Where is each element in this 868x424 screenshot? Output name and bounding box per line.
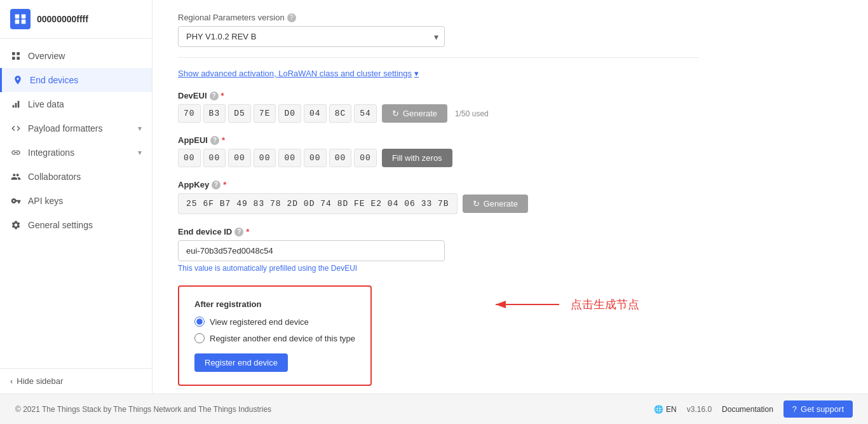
appeui-byte-8: 00 <box>354 149 377 167</box>
deveui-bytes: 70 B3 D5 7E D0 04 8C 54 <box>178 104 377 123</box>
appeui-byte-4: 00 <box>254 149 276 167</box>
device-id-section: End device ID ? * This value is automati… <box>178 227 699 273</box>
sidebar-item-end-devices[interactable]: End devices <box>0 68 152 92</box>
appkey-field: 25 6F B7 49 83 78 2D 0D 74 8D FE E2 04 0… <box>178 193 699 214</box>
sidebar-item-payload-formatters[interactable]: Payload formatters ▾ <box>0 116 152 140</box>
deveui-generate-button[interactable]: ↻ Generate <box>382 104 447 123</box>
register-end-device-button[interactable]: Register end device <box>194 353 288 372</box>
after-registration-wrapper: After registration View registered end d… <box>178 285 699 393</box>
sidebar-item-label: Payload formatters <box>28 123 103 133</box>
code-icon <box>10 123 22 134</box>
support-icon: ? <box>792 404 797 414</box>
appkey-generate-button[interactable]: ↻ Generate <box>463 195 528 213</box>
arrow-annotation: 点击生成节点 <box>489 292 639 317</box>
deveui-byte-2: B3 <box>203 104 226 123</box>
deveui-field: 70 B3 D5 7E D0 04 8C 54 ↻ Generate 1/50 … <box>178 104 699 123</box>
people-icon <box>10 171 22 182</box>
svg-rect-7 <box>17 57 20 60</box>
sidebar-item-label: API keys <box>28 196 63 206</box>
sidebar-item-general-settings[interactable]: General settings <box>0 213 152 237</box>
device-id-input[interactable] <box>178 240 445 261</box>
appeui-section: AppEUI ? * 00 00 00 00 00 00 00 00 <box>178 135 699 167</box>
device-id-hint: This value is automatically prefilled us… <box>178 264 699 273</box>
get-support-button[interactable]: ? Get support <box>783 400 853 418</box>
sidebar-item-integrations[interactable]: Integrations ▾ <box>0 140 152 165</box>
sidebar-item-label: Live data <box>28 99 64 109</box>
sidebar-item-live-data[interactable]: Live data <box>0 92 152 116</box>
svg-rect-1 <box>22 15 26 19</box>
deveui-byte-4: 7E <box>254 104 276 123</box>
refresh-icon: ↻ <box>473 199 480 209</box>
regional-params-section: Regional Parameters version ? PHY V1.0.2… <box>178 13 699 47</box>
divider <box>178 57 699 58</box>
svg-rect-10 <box>18 101 20 108</box>
deveui-byte-7: 8C <box>329 104 352 123</box>
device-icon <box>12 74 24 86</box>
chevron-left-icon: ‹ <box>10 376 13 386</box>
appkey-value: 25 6F B7 49 83 78 2D 0D 74 8D FE E2 04 0… <box>178 193 458 214</box>
svg-rect-9 <box>15 103 17 107</box>
app-title: 00000000ffff <box>37 14 88 24</box>
appeui-byte-6: 00 <box>304 149 327 167</box>
sidebar-item-label: Overview <box>28 51 65 61</box>
app-logo-icon <box>10 9 31 29</box>
appkey-help-icon[interactable]: ? <box>212 181 220 189</box>
hide-sidebar-button[interactable]: ‹ Hide sidebar <box>0 368 152 393</box>
deveui-help-icon[interactable]: ? <box>210 92 219 100</box>
arrow-svg <box>489 292 566 317</box>
appeui-byte-5: 00 <box>278 149 301 167</box>
register-btn-wrapper: Register end device <box>194 353 355 372</box>
device-id-label: End device ID ? * <box>178 227 699 236</box>
sidebar-item-collaborators[interactable]: Collaborators <box>0 165 152 189</box>
chevron-down-icon: ▾ <box>138 124 142 133</box>
radio-view-input[interactable] <box>194 317 205 327</box>
sidebar-item-label: End devices <box>30 75 78 85</box>
appkey-section: AppKey ? * 25 6F B7 49 83 78 2D 0D 74 8D… <box>178 180 699 214</box>
radio-view-option[interactable]: View registered end device <box>194 317 355 327</box>
footer-docs-link[interactable]: Documentation <box>722 405 773 414</box>
link-icon <box>10 147 22 158</box>
deveui-byte-5: D0 <box>278 104 301 123</box>
svg-rect-5 <box>17 52 20 55</box>
svg-rect-4 <box>12 52 15 55</box>
deveui-label: DevEUI ? * <box>178 91 699 100</box>
svg-rect-3 <box>22 20 26 24</box>
svg-rect-8 <box>13 105 15 107</box>
radio-view-label: View registered end device <box>210 317 309 327</box>
appeui-bytes: 00 00 00 00 00 00 00 00 <box>178 149 377 167</box>
deveui-byte-3: D5 <box>228 104 251 123</box>
gear-icon <box>10 219 22 231</box>
appeui-field: 00 00 00 00 00 00 00 00 Fill with zeros <box>178 149 699 167</box>
regional-params-select-wrapper: PHY V1.0.2 REV B ▾ <box>178 26 445 47</box>
globe-icon: 🌐 <box>654 405 663 414</box>
appeui-byte-1: 00 <box>178 149 201 167</box>
main-content: Regional Parameters version ? PHY V1.0.2… <box>153 0 868 393</box>
device-id-required: * <box>246 227 249 236</box>
deveui-byte-6: 04 <box>304 104 327 123</box>
appeui-label: AppEUI ? * <box>178 135 699 145</box>
sidebar-item-overview[interactable]: Overview <box>0 44 152 68</box>
deveui-section: DevEUI ? * 70 B3 D5 7E D0 04 8C 54 <box>178 91 699 123</box>
device-id-help-icon[interactable]: ? <box>234 228 243 236</box>
logo-svg <box>14 13 27 25</box>
app-footer: © 2021 The Things Stack by The Things Ne… <box>0 393 868 424</box>
appeui-byte-3: 00 <box>228 149 251 167</box>
svg-rect-0 <box>15 15 20 19</box>
advanced-settings-link[interactable]: Show advanced activation, LoRaWAN class … <box>178 69 419 78</box>
deveui-required: * <box>221 91 224 100</box>
regional-params-help-icon[interactable]: ? <box>287 13 296 22</box>
chevron-down-icon: ▾ <box>138 148 142 157</box>
regional-params-select[interactable]: PHY V1.0.2 REV B <box>178 26 445 47</box>
appeui-fill-zeros-button[interactable]: Fill with zeros <box>382 149 452 167</box>
grid-icon <box>10 50 22 62</box>
radio-register-label: Register another end device of this type <box>210 334 355 343</box>
footer-language[interactable]: 🌐 EN <box>654 405 677 414</box>
svg-rect-6 <box>12 57 15 60</box>
radio-register-input[interactable] <box>194 333 205 343</box>
sidebar-item-api-keys[interactable]: API keys <box>0 189 152 213</box>
radio-register-option[interactable]: Register another end device of this type <box>194 333 355 343</box>
key-icon <box>10 195 22 207</box>
appeui-byte-2: 00 <box>203 149 226 167</box>
appeui-help-icon[interactable]: ? <box>210 136 219 145</box>
bar-chart-icon <box>10 99 22 110</box>
